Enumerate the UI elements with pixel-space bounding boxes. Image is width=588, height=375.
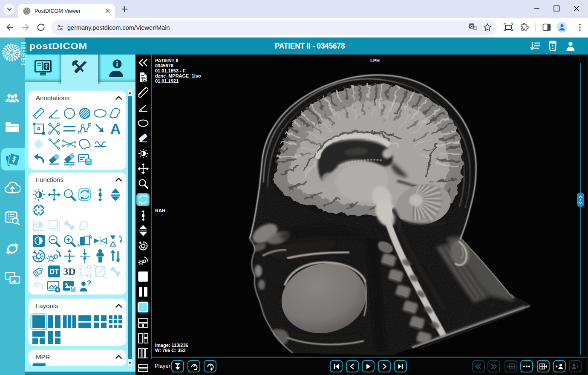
svg-text:3D: 3D bbox=[63, 266, 75, 277]
svg-text:0101: 0101 bbox=[21, 63, 26, 65]
svg-text:?: ? bbox=[87, 280, 91, 287]
svg-text:DT: DT bbox=[49, 268, 59, 275]
svg-text:A: A bbox=[110, 123, 121, 135]
svg-text:G: G bbox=[470, 24, 473, 29]
